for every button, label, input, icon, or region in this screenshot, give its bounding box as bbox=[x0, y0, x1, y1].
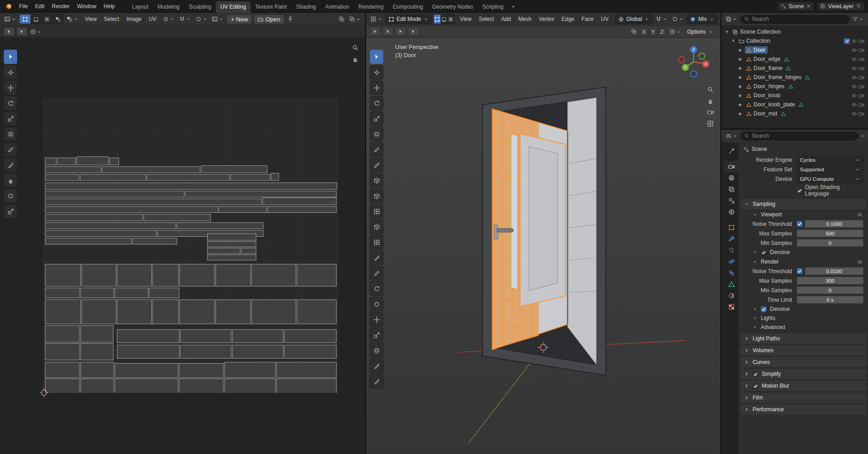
presets-icon[interactable] bbox=[857, 212, 863, 218]
pan-hand-icon[interactable] bbox=[707, 97, 714, 105]
viewport-max-samples-field[interactable]: 500 bbox=[797, 229, 863, 237]
presets-icon[interactable] bbox=[857, 259, 863, 265]
tool-shrink-flatten[interactable] bbox=[370, 328, 383, 342]
uv-island[interactable] bbox=[241, 248, 256, 254]
disclosure-toggle[interactable]: ▶ bbox=[738, 57, 744, 61]
zoom-icon[interactable] bbox=[352, 44, 359, 51]
outliner-search-input[interactable] bbox=[752, 16, 846, 22]
section-motion-blur[interactable]: Motion Blur bbox=[740, 381, 866, 391]
mode-dropdown[interactable]: Edit Mode bbox=[385, 15, 432, 24]
mirror-x-toggle[interactable]: X bbox=[640, 28, 648, 36]
outliner-row-door-frame-hinges[interactable]: ▶Door_frame_hinges bbox=[721, 73, 868, 82]
render-max-samples-field[interactable]: 300 bbox=[797, 277, 863, 284]
editor-type-button[interactable] bbox=[369, 15, 384, 23]
viewport-min-samples-field[interactable]: 0 bbox=[797, 239, 863, 247]
viewlayer-selector[interactable]: ViewLayer bbox=[817, 2, 864, 11]
uv-2d-cursor[interactable] bbox=[39, 388, 49, 398]
viewport-menu-add[interactable]: Add bbox=[498, 15, 515, 24]
uv-proportional-edit-button[interactable] bbox=[194, 15, 209, 23]
outliner-row-door-knob-plate[interactable]: ▶Door_knob_plate bbox=[721, 100, 868, 109]
outliner-row-door-frame[interactable]: ▶Door_frame bbox=[721, 64, 868, 73]
uv-island[interactable] bbox=[179, 379, 223, 393]
properties-tab-scene[interactable] bbox=[724, 195, 739, 206]
properties-tab-view-layer[interactable] bbox=[724, 184, 739, 195]
uv-island[interactable] bbox=[45, 158, 56, 165]
uv-island[interactable] bbox=[201, 165, 267, 173]
disable-render-icon[interactable] bbox=[858, 93, 864, 99]
menu-edit[interactable]: Edit bbox=[31, 2, 48, 11]
workspace-tab-compositing[interactable]: Compositing bbox=[388, 1, 427, 13]
open-image-button[interactable]: Open bbox=[253, 15, 284, 24]
uv-island[interactable] bbox=[45, 326, 79, 343]
mirror-y-toggle[interactable]: Y bbox=[649, 28, 657, 36]
uv-island[interactable] bbox=[80, 288, 114, 298]
blender-logo-icon[interactable] bbox=[4, 2, 13, 11]
uv-island[interactable] bbox=[80, 175, 146, 180]
viewport-menu-view[interactable]: View bbox=[456, 15, 475, 24]
properties-tab-modifiers[interactable] bbox=[724, 233, 739, 244]
render-denoise-panel[interactable]: Denoise bbox=[739, 304, 868, 314]
uv-island[interactable] bbox=[102, 167, 200, 173]
uv-island[interactable] bbox=[45, 183, 337, 190]
viewport-menu-uv[interactable]: UV bbox=[597, 15, 612, 24]
tool-rotate[interactable] bbox=[4, 96, 17, 110]
disable-render-icon[interactable] bbox=[858, 75, 864, 80]
uv-island[interactable] bbox=[153, 264, 179, 286]
uv-island[interactable] bbox=[179, 363, 223, 378]
uv-menu-view[interactable]: View bbox=[81, 15, 100, 24]
outliner-row-door-mid[interactable]: ▶Door_mid bbox=[721, 109, 868, 118]
properties-tab-constraints[interactable] bbox=[724, 267, 739, 279]
pan-hand-icon[interactable] bbox=[352, 55, 359, 63]
editor-type-button[interactable] bbox=[724, 132, 739, 140]
osl-checkbox[interactable] bbox=[797, 188, 803, 194]
uv-island[interactable] bbox=[177, 223, 263, 229]
disclosure-toggle[interactable]: ▶ bbox=[738, 111, 744, 116]
tool-knife[interactable] bbox=[370, 250, 383, 265]
viewport-menu-face[interactable]: Face bbox=[578, 15, 597, 24]
render-engine-dropdown[interactable]: Cycles bbox=[797, 156, 863, 164]
uv-island[interactable] bbox=[180, 345, 231, 358]
viewport-denoise-checkbox[interactable] bbox=[761, 249, 767, 255]
workspace-tab-sculpting[interactable]: Sculpting bbox=[184, 1, 216, 13]
uv-canvas[interactable] bbox=[0, 38, 365, 454]
tool-bevel[interactable] bbox=[370, 220, 383, 234]
subsection-viewport[interactable]: Viewport bbox=[739, 210, 868, 219]
tool-move[interactable] bbox=[4, 80, 17, 95]
viewport-menu-mesh[interactable]: Mesh bbox=[515, 15, 535, 24]
properties-tab-render[interactable] bbox=[724, 161, 739, 172]
uv-island[interactable] bbox=[263, 198, 336, 205]
outliner-row-door-hinges[interactable]: ▶Door_hinges bbox=[721, 82, 868, 91]
tool-cursor[interactable] bbox=[4, 65, 17, 80]
edge-select-button[interactable] bbox=[441, 15, 447, 24]
tool-shear[interactable] bbox=[370, 343, 383, 358]
uv-island[interactable] bbox=[208, 248, 240, 254]
menu-help[interactable]: Help bbox=[100, 2, 119, 11]
uv-island[interactable] bbox=[180, 299, 215, 324]
uv-island[interactable] bbox=[252, 264, 296, 286]
properties-search[interactable] bbox=[740, 132, 858, 140]
uv-island[interactable] bbox=[284, 329, 337, 343]
subsection-render[interactable]: Render bbox=[739, 257, 868, 266]
disable-render-icon[interactable] bbox=[858, 84, 864, 90]
tool-edge-slide[interactable] bbox=[370, 312, 383, 327]
uv-island[interactable] bbox=[80, 362, 114, 378]
section-volumes[interactable]: Volumes bbox=[740, 345, 866, 355]
workspace-tab-scripting[interactable]: Scripting bbox=[478, 1, 508, 13]
subsection-advanced[interactable]: Advanced bbox=[739, 323, 868, 332]
uv-island[interactable] bbox=[80, 344, 113, 360]
uv-island[interactable] bbox=[277, 379, 337, 393]
section-light-paths[interactable]: Light Paths bbox=[740, 334, 866, 344]
tool-options-button[interactable] bbox=[29, 28, 43, 35]
viewport-canvas[interactable]: User Perspective (3) Door bbox=[366, 38, 720, 454]
workspace-tab-animation[interactable]: Animation bbox=[321, 1, 354, 13]
uv-island[interactable] bbox=[208, 255, 256, 260]
outliner-row-door-edge[interactable]: ▶Door_edge bbox=[721, 55, 868, 64]
navigation-gizmo[interactable]: Z X Y bbox=[674, 42, 713, 81]
tool-pinch[interactable] bbox=[4, 204, 17, 219]
uv-island[interactable] bbox=[231, 175, 270, 180]
uv-island[interactable] bbox=[216, 299, 251, 324]
uv-face-select-button[interactable] bbox=[41, 15, 52, 24]
uv-island[interactable] bbox=[153, 299, 179, 324]
funnel-icon[interactable] bbox=[856, 4, 861, 9]
viewport-denoise-panel[interactable]: Denoise bbox=[739, 248, 868, 257]
